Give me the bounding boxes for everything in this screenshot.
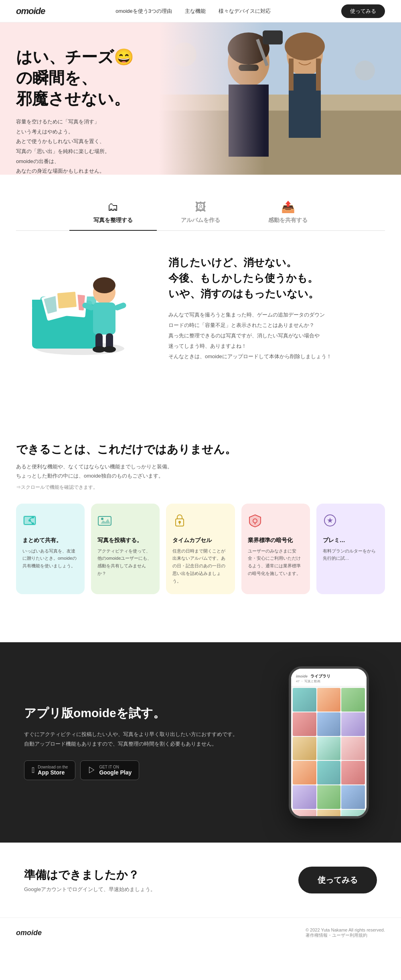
spacer-1 <box>0 386 401 418</box>
navbar: omoide omoideを使う3つの理由 主な機能 様々なデバイスに対応 使っ… <box>0 0 401 22</box>
feature-card-premium-title: プレミ… <box>323 537 379 544</box>
svg-point-8 <box>285 32 325 60</box>
feature-card-encryption-desc: ユーザーのみなさまに安全・安心にご利用いただけるよう、通常には業界標準の暗号化を… <box>248 547 304 577</box>
tabs-row: 🗂 写真を整理する 🖼 アルバムを作る 📤 感動を共有する <box>16 194 385 231</box>
hero-title-line1: はい、チーズ😄 <box>16 48 134 66</box>
phone-thumbnail-grid <box>291 686 367 816</box>
phone-header: imoide ライブラリ 47 ・ 写真と動画 <box>291 669 367 686</box>
google-play-label-small: GET IT ON <box>99 765 132 769</box>
phone-thumb-15 <box>341 785 365 809</box>
feature-card-share-icon <box>22 513 78 530</box>
phone-thumb-5 <box>317 712 341 736</box>
tab-share-label: 感動を共有する <box>268 217 308 224</box>
app-store-button[interactable]:  Download on the App Store <box>24 760 75 780</box>
phone-thumb-12 <box>341 761 365 784</box>
app-content: アプリ版omoideを試す。 すぐにアクティビティに投稿したい人や、写真をより早… <box>24 705 257 780</box>
google-play-icon: ▷ <box>88 765 96 776</box>
feature-card-timecapsule-title: タイムカプセル <box>172 537 228 544</box>
cta-button[interactable]: 使ってみる <box>298 867 377 893</box>
svg-point-35 <box>103 346 116 353</box>
app-section: アプリ版omoideを試す。 すぐにアクティビティに投稿したい人や、写真をより早… <box>0 642 401 843</box>
phone-thumb-14 <box>317 785 341 809</box>
feature-card-encryption-icon <box>248 513 304 530</box>
phone-thumb-4 <box>293 712 316 736</box>
feature-section-1: 消したいけど、消せない。 今後、もしかしたら使うかも。 いや、消すのはもったいな… <box>0 231 401 386</box>
feature-card-share-desc: いっぱいある写真を、友達に贈りたいとき。omoideの共有機能を使いましょう。 <box>22 547 78 570</box>
phone-thumb-3 <box>341 688 365 712</box>
svg-rect-10 <box>316 58 321 91</box>
svg-rect-29 <box>93 302 115 335</box>
footer-info: © 2022 Yuta Nakame All rights reserved. … <box>306 928 385 938</box>
feature-illustration <box>16 256 144 361</box>
feature-card-upload: 写真を投稿する。 アクティビティを使って、他のomoideユーザーにも、感動を共… <box>91 504 160 594</box>
tab-share-icon: 📤 <box>281 200 295 214</box>
feature-card-share-title: まとめて共有。 <box>22 537 78 544</box>
phone-thumb-11 <box>317 761 341 784</box>
phone-thumb-2 <box>317 688 341 712</box>
nav-link-devices[interactable]: 様々なデバイスに対応 <box>219 8 271 15</box>
cta-text: 準備はできましたか？ Googleアカウントでログインして、早速始めましょう。 <box>24 867 156 893</box>
footer-copyright: © 2022 Yuta Nakame All rights reserved. <box>306 928 385 932</box>
cta-subtitle: Googleアカウントでログインして、早速始めましょう。 <box>24 886 156 893</box>
svg-point-15 <box>355 60 375 81</box>
features-grid-subtitle: あると便利な機能や、なくてはならない機能までしっかりと装備。 ちょっとした動作の… <box>16 462 385 481</box>
cta-section: 準備はできましたか？ Googleアカウントでログインして、早速始めましょう。 … <box>0 843 401 917</box>
hero-title: はい、チーズ😄 の瞬間を、 邪魔させない。 <box>16 46 160 109</box>
tab-album-icon: 🖼 <box>195 200 206 214</box>
feature-card-upload-icon <box>97 513 153 530</box>
svg-point-39 <box>32 516 34 518</box>
phone-screen: imoide ライブラリ 47 ・ 写真と動画 <box>291 669 367 816</box>
app-phone-mockup: imoide ライブラリ 47 ・ 写真と動画 <box>281 666 377 819</box>
feature-card-timecapsule-icon <box>172 513 228 530</box>
feature-card-premium-icon: ★ <box>323 513 379 530</box>
nav-link-reasons[interactable]: omoideを使う3つの理由 <box>115 8 172 15</box>
hero-title-line2: の瞬間を、 <box>16 69 97 87</box>
phone-thumb-17 <box>317 810 341 817</box>
svg-rect-9 <box>289 58 294 91</box>
phone-thumb-16 <box>293 810 316 817</box>
phone-header-title: imoide ライブラリ <box>296 673 362 679</box>
navbar-cta-button[interactable]: 使ってみる <box>341 4 385 18</box>
svg-rect-13 <box>263 30 283 44</box>
google-play-button[interactable]: ▷ GET IT ON Google Play <box>80 760 139 780</box>
tab-organize-label: 写真を整理する <box>93 217 133 224</box>
svg-rect-43 <box>98 516 111 525</box>
phone-thumb-10 <box>293 761 316 784</box>
nav-links: omoideを使う3つの理由 主な機能 様々なデバイスに対応 <box>115 8 271 15</box>
hero-section: はい、チーズ😄 の瞬間を、 邪魔させない。 容量を空けるために「写真を消す」とい… <box>0 22 401 175</box>
footer-links[interactable]: 著作権情報・ユーザー利用規約 <box>306 932 385 938</box>
features-grid-section: できることは、これだけではありません。 あると便利な機能や、なくてはならない機能… <box>0 418 401 618</box>
phone-header-sub: 47 ・ 写真と動画 <box>296 679 362 684</box>
app-buttons:  Download on the App Store ▷ GET IT ON … <box>24 760 257 780</box>
google-play-label-big: Google Play <box>99 769 132 776</box>
feature-card-encryption-title: 業界標準の暗号化 <box>248 537 304 544</box>
app-store-label-small: Download on the <box>38 765 68 769</box>
tab-share[interactable]: 📤 感動を共有する <box>244 194 332 230</box>
features-grid-title: できることは、これだけではありません。 <box>16 442 385 457</box>
feature-card-timecapsule-desc: 任意の日時まで開くことが出来ないアルバムです。あの日・記念日のあの一日の思い出を… <box>172 547 228 585</box>
tab-album[interactable]: 🖼 アルバムを作る <box>157 194 244 230</box>
svg-text:★: ★ <box>327 517 333 524</box>
feature-text-1: 消したいけど、消せない。 今後、もしかしたら使うかも。 いや、消すのはもったいな… <box>168 255 385 362</box>
tab-organize-icon: 🗂 <box>107 200 119 214</box>
app-store-text: Download on the App Store <box>38 765 68 776</box>
phone-thumb-8 <box>317 737 341 760</box>
features-grid-hint: ⇒スクロールで機能を確認できます。 <box>16 484 385 491</box>
feature-card-share: まとめて共有。 いっぱいある写真を、友達に贈りたいとき。omoideの共有機能を… <box>16 504 85 594</box>
hero-title-line3: 邪魔させない。 <box>16 90 130 107</box>
svg-point-44 <box>101 518 103 520</box>
feature-card-premium-desc: 有料プランのルターをから先行的に試… <box>323 547 379 562</box>
google-play-text: GET IT ON Google Play <box>99 765 132 776</box>
feature-card-premium: ★ プレミ… 有料プランのルターをから先行的に試… <box>316 504 385 594</box>
feature-title-1: 消したいけど、消せない。 今後、もしかしたら使うかも。 いや、消すのはもったいな… <box>168 255 385 302</box>
footer: omoide © 2022 Yuta Nakame All rights res… <box>0 917 401 948</box>
feature-card-upload-desc: アクティビティを使って、他のomoideユーザーにも、感動を共有してみませんか？ <box>97 547 153 577</box>
phone-device: imoide ライブラリ 47 ・ 写真と動画 <box>289 666 369 819</box>
phone-thumb-18 <box>341 810 365 817</box>
phone-thumb-7 <box>293 737 316 760</box>
svg-rect-26 <box>57 292 77 309</box>
tab-organize[interactable]: 🗂 写真を整理する <box>69 194 157 230</box>
nav-link-features[interactable]: 主な機能 <box>185 8 206 15</box>
svg-point-28 <box>93 277 115 293</box>
feature-card-encryption: 業界標準の暗号化 ユーザーのみなさまに安全・安心にご利用いただけるよう、通常には… <box>241 504 310 594</box>
